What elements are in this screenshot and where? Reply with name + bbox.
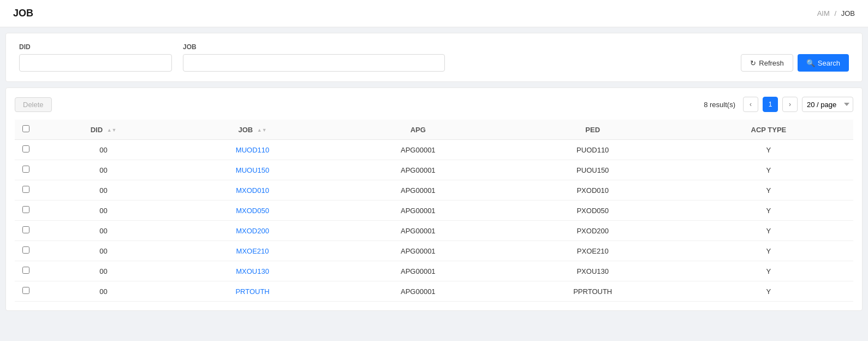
job-link[interactable]: MUOD110 bbox=[236, 146, 269, 154]
page-title: JOB bbox=[13, 8, 33, 19]
col-apg: APG bbox=[335, 120, 502, 140]
cell-job[interactable]: MXOE210 bbox=[170, 241, 335, 261]
cell-did: 00 bbox=[37, 160, 170, 180]
cell-ped: PUOD110 bbox=[502, 140, 684, 160]
cell-ped: PXOD050 bbox=[502, 201, 684, 221]
did-input[interactable] bbox=[19, 54, 172, 72]
delete-button[interactable]: Delete bbox=[15, 97, 52, 112]
job-link[interactable]: PRTOUTH bbox=[235, 287, 269, 296]
row-checkbox-cell bbox=[15, 241, 37, 261]
page-header: JOB AIM / JOB bbox=[0, 0, 868, 27]
cell-job[interactable]: MXOD010 bbox=[170, 180, 335, 201]
cell-acp-type: Y bbox=[684, 261, 853, 281]
table-row: 00 MXOU130 APG00001 PXOU130 Y bbox=[15, 261, 853, 281]
refresh-label: Refresh bbox=[759, 59, 784, 67]
cell-acp-type: Y bbox=[684, 140, 853, 160]
table-row: 00 MXOD050 APG00001 PXOD050 Y bbox=[15, 201, 853, 221]
col-did: DID ▲▼ bbox=[37, 120, 170, 140]
job-link[interactable]: MXOD200 bbox=[236, 227, 269, 235]
cell-ped: PXOD200 bbox=[502, 221, 684, 241]
job-link[interactable]: MXOU130 bbox=[236, 267, 269, 275]
table-row: 00 MXOD010 APG00001 PXOD010 Y bbox=[15, 180, 853, 201]
table-row: 00 MUOD110 APG00001 PUOD110 Y bbox=[15, 140, 853, 160]
breadcrumb: AIM / JOB bbox=[817, 9, 855, 17]
row-checkbox-cell bbox=[15, 180, 37, 201]
cell-did: 00 bbox=[37, 140, 170, 160]
select-all-col bbox=[15, 120, 37, 140]
row-checkbox-cell bbox=[15, 201, 37, 221]
row-checkbox-cell bbox=[15, 140, 37, 160]
cell-acp-type: Y bbox=[684, 160, 853, 180]
cell-job[interactable]: MXOD050 bbox=[170, 201, 335, 221]
col-ped: PED bbox=[502, 120, 684, 140]
current-page-button[interactable]: 1 bbox=[763, 97, 778, 112]
row-checkbox[interactable] bbox=[22, 226, 29, 233]
refresh-button[interactable]: ↻ Refresh bbox=[741, 54, 793, 72]
cell-ped: PXOU130 bbox=[502, 261, 684, 281]
row-checkbox-cell bbox=[15, 160, 37, 180]
job-link[interactable]: MXOE210 bbox=[236, 247, 269, 255]
cell-did: 00 bbox=[37, 261, 170, 281]
cell-job[interactable]: MUOD110 bbox=[170, 140, 335, 160]
cell-ped: PXOD010 bbox=[502, 180, 684, 201]
refresh-icon: ↻ bbox=[750, 59, 756, 67]
page-size-select[interactable]: 20 / page 50 / page 100 / page bbox=[802, 97, 853, 112]
data-table: DID ▲▼ JOB ▲▼ APG PED ACP TYPE bbox=[15, 120, 853, 302]
cell-apg: APG00001 bbox=[335, 281, 502, 302]
select-all-checkbox[interactable] bbox=[22, 125, 29, 132]
job-input[interactable] bbox=[183, 54, 445, 72]
cell-apg: APG00001 bbox=[335, 180, 502, 201]
row-checkbox-cell bbox=[15, 221, 37, 241]
cell-job[interactable]: MUOU150 bbox=[170, 160, 335, 180]
row-checkbox[interactable] bbox=[22, 166, 29, 173]
search-panel: DID JOB ↻ Refresh 🔍 Search bbox=[5, 33, 863, 82]
row-checkbox[interactable] bbox=[22, 287, 29, 294]
table-panel: Delete 8 result(s) ‹ 1 › 20 / page 50 / … bbox=[5, 87, 863, 311]
col-job: JOB ▲▼ bbox=[170, 120, 335, 140]
did-label: DID bbox=[19, 43, 172, 51]
did-sort-icon[interactable]: ▲▼ bbox=[107, 128, 117, 133]
row-checkbox-cell bbox=[15, 261, 37, 281]
job-label: JOB bbox=[183, 43, 445, 51]
cell-acp-type: Y bbox=[684, 241, 853, 261]
cell-apg: APG00001 bbox=[335, 221, 502, 241]
cell-apg: APG00001 bbox=[335, 160, 502, 180]
pagination-area: 8 result(s) ‹ 1 › 20 / page 50 / page 10… bbox=[704, 97, 853, 112]
job-link[interactable]: MUOU150 bbox=[236, 166, 269, 174]
table-header: DID ▲▼ JOB ▲▼ APG PED ACP TYPE bbox=[15, 120, 853, 140]
table-row: 00 MXOE210 APG00001 PXOE210 Y bbox=[15, 241, 853, 261]
row-checkbox[interactable] bbox=[22, 145, 29, 152]
breadcrumb-separator: / bbox=[834, 9, 836, 17]
breadcrumb-parent: AIM bbox=[817, 9, 830, 17]
col-acp-type: ACP TYPE bbox=[684, 120, 853, 140]
row-checkbox[interactable] bbox=[22, 246, 29, 254]
cell-apg: APG00001 bbox=[335, 261, 502, 281]
cell-apg: APG00001 bbox=[335, 241, 502, 261]
cell-acp-type: Y bbox=[684, 221, 853, 241]
row-checkbox[interactable] bbox=[22, 186, 29, 193]
next-page-button[interactable]: › bbox=[782, 97, 798, 112]
cell-did: 00 bbox=[37, 281, 170, 302]
prev-page-button[interactable]: ‹ bbox=[743, 97, 758, 112]
cell-apg: APG00001 bbox=[335, 140, 502, 160]
cell-job[interactable]: PRTOUTH bbox=[170, 281, 335, 302]
cell-acp-type: Y bbox=[684, 281, 853, 302]
table-wrapper: DID ▲▼ JOB ▲▼ APG PED ACP TYPE bbox=[15, 120, 853, 302]
job-link[interactable]: MXOD050 bbox=[236, 207, 269, 215]
row-checkbox-cell bbox=[15, 281, 37, 302]
table-toolbar: Delete 8 result(s) ‹ 1 › 20 / page 50 / … bbox=[15, 97, 853, 112]
job-link[interactable]: MXOD010 bbox=[236, 186, 269, 195]
cell-ped: PUOU150 bbox=[502, 160, 684, 180]
cell-ped: PPRTOUTH bbox=[502, 281, 684, 302]
cell-did: 00 bbox=[37, 180, 170, 201]
row-checkbox[interactable] bbox=[22, 267, 29, 274]
search-icon: 🔍 bbox=[806, 59, 815, 67]
table-row: 00 MUOU150 APG00001 PUOU150 Y bbox=[15, 160, 853, 180]
row-checkbox[interactable] bbox=[22, 206, 29, 213]
cell-job[interactable]: MXOU130 bbox=[170, 261, 335, 281]
job-sort-icon[interactable]: ▲▼ bbox=[257, 128, 267, 133]
table-row: 00 MXOD200 APG00001 PXOD200 Y bbox=[15, 221, 853, 241]
cell-ped: PXOE210 bbox=[502, 241, 684, 261]
search-button[interactable]: 🔍 Search bbox=[798, 54, 849, 72]
cell-job[interactable]: MXOD200 bbox=[170, 221, 335, 241]
